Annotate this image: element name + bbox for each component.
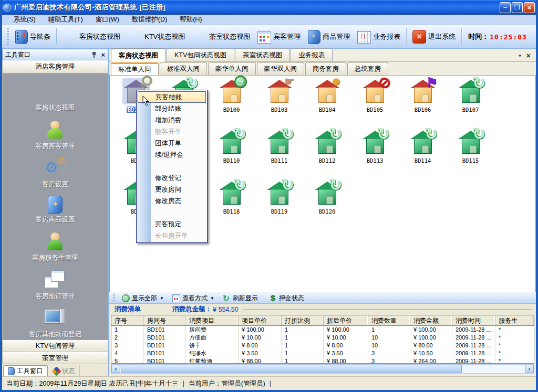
table-row[interactable]: 2 BD101 方便面 ¥ 10.00 1 ¥ 10.00 10 ¥ 100.0… [111,334,534,342]
sidebar-item[interactable]: 客房预订管理 [3,269,108,301]
toolbar-button[interactable]: 宾客管理 [254,28,304,45]
room-item[interactable]: BD110 [208,131,255,182]
sidebar-close-icon[interactable]: × [101,51,105,58]
context-menu-item[interactable]: 增加消费 [137,114,206,126]
room-toolbar-button[interactable]: 押金状态 [265,294,311,303]
scroll-left-icon[interactable]: ‹ [111,365,120,373]
dropdown-arrow-icon: ▼ [160,296,164,301]
sidebar-item[interactable]: 客房宾客管理 [3,119,108,151]
close-button[interactable]: × [524,2,535,13]
menu-item[interactable]: 帮助(H) [173,14,208,25]
sidebar-item[interactable]: 客房设置 [3,157,108,189]
view-tab[interactable]: 业务报表 [291,48,333,61]
view-tab[interactable]: 客房状态视图 [111,48,166,62]
col-header: 序号 [111,315,144,325]
room-status-overlay-icon [329,126,342,142]
toolbar-nav-button[interactable]: 导航条 [12,28,54,46]
close-tab-icon[interactable]: × [526,52,531,59]
house-icon [220,80,244,103]
menu-item[interactable]: 数据维护(D) [126,14,173,25]
room-item[interactable]: BD119 [255,182,303,232]
context-menu-item[interactable]: 散客开单 [137,126,206,137]
room-type-tab[interactable]: 豪华双人间 [257,62,305,75]
table-row[interactable]: 5 BD101 红葡萄酒 ¥ 88.00 1 ¥ 88.00 3 ¥ 264.0… [111,357,534,364]
menu-item[interactable]: 窗口(W) [89,14,126,25]
room-item[interactable]: BD107 [447,80,494,131]
table-row[interactable]: 4 BD101 纯净水 ¥ 3.50 1 ¥ 3.50 3 ¥ 10.50 20… [111,349,534,357]
room-type-tab[interactable]: 标准双人间 [160,62,208,75]
mouse-cursor-icon [142,96,150,106]
room-item[interactable]: BD118 [208,182,255,232]
sidebar-item[interactable]: 客房状态视图 [3,81,108,112]
sidebar-group-bar[interactable]: KTV包间管理 [2,340,108,352]
book-icon [8,367,15,375]
menu-item[interactable]: 系统(S) [7,14,42,25]
toolbar-button-icon [357,31,371,44]
room-item[interactable]: BD113 [351,131,399,182]
pin-icon[interactable] [91,51,97,58]
sidebar-item-icon [45,81,66,102]
room-item[interactable]: BD115 [447,131,494,182]
room-toolbar-button[interactable]: 显示全部 ▼ [118,294,168,303]
room-status-overlay-icon [472,76,485,91]
toolbar-button[interactable]: 业务报表 [354,28,404,45]
room-type-tab[interactable]: 豪华单人间 [208,62,256,75]
maximize-button[interactable]: ❐ [512,2,523,13]
room-toolbar-button[interactable]: 查看方式 ▼ [168,294,219,303]
view-tab[interactable]: 茶室状态视图 [235,48,290,61]
exit-system-button[interactable]: × 退出系统 [409,28,459,45]
context-menu-item[interactable]: 长包房开单 [137,230,206,241]
table-row[interactable]: 1 BD101 房间费 ¥ 100.00 1 ¥ 100.00 1 ¥ 100.… [111,326,534,334]
sidebar-item-icon [45,157,66,178]
room-item[interactable]: BD100 [208,80,255,131]
col-header: 消费时间 [452,315,495,325]
context-menu-item[interactable]: 续/退押金 [137,149,206,161]
room-item[interactable]: BD120 [303,182,351,232]
house-icon [363,131,387,154]
sidebar-item[interactable]: 客房商品设置 [3,196,108,224]
sidebar-group-bar[interactable]: 茶室管理 [2,352,108,364]
tab-tool-window[interactable]: 工具窗口 [3,365,48,377]
toolbar-button-icon [128,29,142,44]
toolbar-button[interactable]: 商品管理 [304,28,354,46]
room-label: BD107 [461,107,480,113]
toolbar-button[interactable]: KTV状态视图 [124,28,189,46]
toolbar-grip[interactable] [113,294,115,302]
context-menu-item[interactable]: 宾客预定 [137,218,206,230]
panel-title-hotel-rooms[interactable]: 酒店客房管理 [2,60,108,73]
room-item[interactable]: BD114 [399,131,447,182]
room-type-tab[interactable]: 商务套房 [305,62,346,75]
scrollbar-thumb[interactable] [121,365,462,373]
scroll-right-icon[interactable]: › [525,365,534,373]
toolbar-button[interactable]: 茶室状态视图 [189,28,254,46]
room-item[interactable]: BD112 [303,131,351,182]
context-menu-item[interactable]: 更改房间 [137,184,206,195]
room-item[interactable]: BD106 [399,80,447,131]
context-menu-item[interactable] [137,207,206,218]
room-toolbar-button[interactable]: 刷新显示 [219,294,265,303]
view-tab[interactable]: KTV包间状态视图 [167,48,234,61]
toolbar-button-icon [308,30,320,44]
house-icon [267,182,292,205]
house-icon [411,80,435,103]
room-item[interactable]: BD103 [255,80,303,131]
toolbar-button[interactable]: 客房状态视图 [59,28,124,46]
room-item[interactable]: BD105 [351,80,399,131]
navigator-book-icon [15,30,28,44]
context-menu-item[interactable]: 修改登记 [137,172,206,184]
room-type-tab[interactable]: 标准单人间 [111,62,159,76]
tab-status[interactable]: 状态 [49,365,80,377]
room-item[interactable]: BD104 [303,80,351,131]
context-menu-item[interactable]: 团体开单 [137,137,206,149]
room-type-tab[interactable]: 总统套房 [347,62,388,75]
minimize-button[interactable]: – [500,2,511,13]
sidebar-item[interactable]: 客房服务生管理 [3,231,108,262]
context-menu-item[interactable] [137,161,206,172]
chevron-down-icon[interactable]: ▾ [519,53,521,58]
table-row[interactable]: 3 BD101 饼干 ¥ 8.00 1 ¥ 8.00 10 ¥ 80.00 20… [111,342,534,349]
menu-item[interactable]: 辅助工具(T) [42,14,89,25]
room-item[interactable]: BD111 [255,131,303,182]
sidebar-item[interactable]: 客房其他款项登记 [3,308,108,339]
toolbar-grip[interactable] [7,28,9,45]
context-menu-item[interactable]: 修改房态 [137,195,206,207]
